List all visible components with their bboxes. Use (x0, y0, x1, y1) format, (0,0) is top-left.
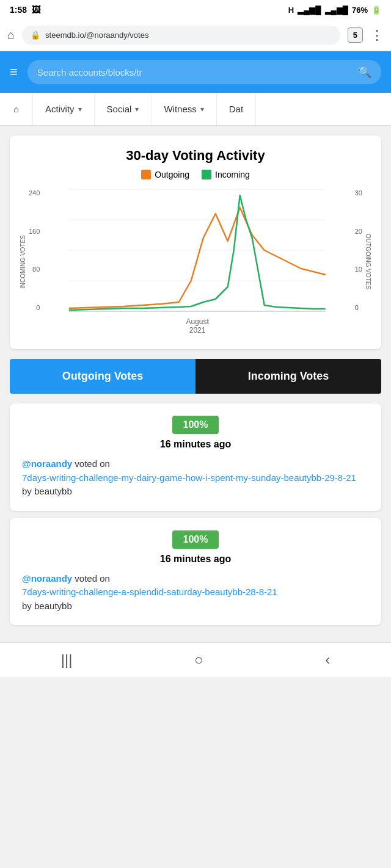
url-text: steemdb.io/@noraandy/votes (45, 31, 148, 40)
nav-tab-home[interactable]: ⌂ (0, 93, 33, 125)
x-axis-year: 2021 (43, 326, 351, 335)
browser-url-bar[interactable]: 🔒 steemdb.io/@noraandy/votes (22, 26, 340, 45)
nav-tab-activity[interactable]: Activity ▾ (33, 93, 95, 125)
chart-area: INCOMING VOTES 240 160 80 0 (20, 189, 371, 335)
vote-card-1: 100% 16 minutes ago @noraandy voted on 7… (10, 403, 381, 511)
status-time: 1:58 (10, 5, 27, 15)
nav-tab-witness[interactable]: Witness ▾ (152, 93, 216, 125)
chart-title: 30-day Voting Activity (20, 148, 371, 164)
vote-by-2: by beautybb (22, 601, 72, 611)
social-chevron-icon: ▾ (135, 105, 139, 114)
status-image-icon: 🖼 (32, 5, 40, 15)
home-icon: ⌂ (13, 104, 19, 114)
signal-icon: H (288, 5, 294, 15)
y-axis-left-label: INCOMING VOTES (20, 189, 26, 335)
main-content: 30-day Voting Activity Outgoing Incoming… (0, 126, 391, 642)
vote-percent-badge-1: 100% (172, 416, 219, 434)
social-label: Social (107, 104, 132, 114)
vote-by-1: by beautybb (22, 486, 72, 496)
nav-tab-dat[interactable]: Dat (217, 93, 256, 125)
vote-card-2: 100% 16 minutes ago @noraandy voted on 7… (10, 518, 381, 626)
legend-outgoing: Outgoing (141, 170, 189, 179)
bottom-nav-recent-apps[interactable]: ||| (61, 651, 73, 668)
browser-tabs-button[interactable]: 5 (348, 27, 363, 43)
browser-menu-button[interactable]: ⋮ (370, 27, 384, 43)
dat-label: Dat (229, 104, 243, 114)
legend-incoming: Incoming (202, 170, 250, 179)
activity-chevron-icon: ▾ (78, 105, 82, 114)
vote-text-2: @noraandy voted on 7days-writing-challen… (22, 572, 369, 613)
x-axis-month: August (43, 317, 351, 326)
vote-user-1[interactable]: @noraandy (22, 458, 72, 469)
lock-icon: 🔒 (31, 31, 40, 40)
incoming-votes-button[interactable]: Incoming Votes (196, 359, 381, 394)
nav-tab-social[interactable]: Social ▾ (95, 93, 152, 125)
search-bar[interactable]: Search accounts/blocks/tr 🔍 (27, 60, 381, 84)
y-axis-right-label: OUTGOING VOTES (365, 189, 371, 335)
chart-card: 30-day Voting Activity Outgoing Incoming… (10, 136, 381, 349)
y-axis-right: 30 20 10 0 (351, 189, 362, 311)
outgoing-legend-label: Outgoing (155, 170, 189, 179)
vote-post-link-2[interactable]: 7days-writing-challenge-a-splendid-satur… (22, 587, 277, 597)
chart-legend: Outgoing Incoming (20, 170, 371, 179)
incoming-legend-label: Incoming (215, 170, 250, 179)
vote-post-link-1[interactable]: 7days-writing-challenge-my-dairy-game-ho… (22, 472, 356, 483)
nav-tabs: ⌂ Activity ▾ Social ▾ Witness ▾ Dat (0, 93, 391, 126)
witness-label: Witness (164, 104, 196, 114)
vote-user-2[interactable]: @noraandy (22, 573, 72, 584)
battery-icon: 🔋 (371, 5, 381, 15)
search-placeholder: Search accounts/blocks/tr (37, 67, 142, 78)
vote-text-1: @noraandy voted on 7days-writing-challen… (22, 457, 369, 499)
vote-action-2: voted on (75, 573, 110, 584)
vote-time-1: 16 minutes ago (22, 439, 369, 450)
incoming-color (202, 170, 211, 179)
activity-label: Activity (45, 104, 75, 114)
witness-chevron-icon: ▾ (200, 105, 204, 114)
bottom-nav-home[interactable]: ○ (194, 651, 203, 668)
signal-bars-2: ▂▄▆█ (325, 5, 348, 15)
app-header: ≡ Search accounts/blocks/tr 🔍 (0, 51, 391, 93)
signal-bars-1: ▂▄▆█ (298, 5, 321, 15)
browser-bar: ⌂ 🔒 steemdb.io/@noraandy/votes 5 ⋮ (0, 20, 391, 51)
status-icons: H ▂▄▆█ ▂▄▆█ 76% 🔋 (288, 5, 381, 15)
bottom-nav: ||| ○ ‹ (0, 642, 391, 677)
x-axis-label: August 2021 (43, 317, 351, 335)
browser-home-button[interactable]: ⌂ (7, 28, 15, 42)
vote-time-2: 16 minutes ago (22, 554, 369, 565)
vote-percent-badge-2: 100% (172, 530, 219, 549)
toggle-buttons: Outgoing Votes Incoming Votes (10, 359, 381, 394)
search-icon: 🔍 (358, 65, 371, 79)
hamburger-menu-icon[interactable]: ≡ (10, 64, 18, 80)
outgoing-color (141, 170, 151, 179)
vote-action-1: voted on (75, 458, 110, 469)
status-bar: 1:58 🖼 H ▂▄▆█ ▂▄▆█ 76% 🔋 (0, 0, 391, 20)
chart-svg: August 2021 (43, 189, 351, 335)
y-axis-left: 240 160 80 0 (29, 189, 43, 311)
outgoing-votes-button[interactable]: Outgoing Votes (10, 359, 196, 394)
bottom-nav-back[interactable]: ‹ (325, 651, 330, 668)
battery-percent: 76% (352, 5, 368, 15)
